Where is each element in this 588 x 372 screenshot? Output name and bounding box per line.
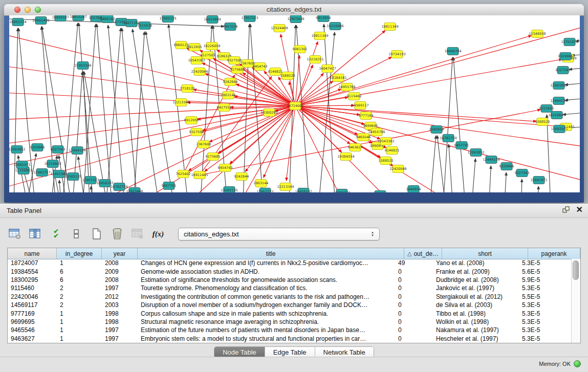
- graph-node[interactable]: 9463627: [348, 144, 363, 151]
- scrollbar-thumb[interactable]: [573, 260, 579, 280]
- graph-node[interactable]: 12444154: [550, 97, 567, 105]
- graph-node[interactable]: 9242844: [223, 78, 238, 86]
- graph-node[interactable]: 2718120: [180, 85, 195, 93]
- graph-node[interactable]: 12093852: [9, 146, 26, 154]
- graph-node[interactable]: 10958107: [295, 188, 312, 193]
- graph-node[interactable]: 9329966: [558, 53, 573, 60]
- graph-node[interactable]: 9327508: [189, 128, 204, 136]
- table-row[interactable]: 2242004622012Investigating the contribut…: [8, 293, 571, 301]
- table-row[interactable]: 946554611997Estimation of the future num…: [8, 326, 571, 334]
- network-canvas[interactable]: 1872400712524409198113499061301132162511…: [9, 15, 580, 192]
- graph-node[interactable]: 1588520: [280, 72, 295, 80]
- table-row[interactable]: 1456911722003Disruption of a novel membe…: [8, 301, 571, 309]
- graph-node[interactable]: 12444154: [483, 156, 499, 164]
- select-rows-button[interactable]: ✔✔: [48, 227, 63, 241]
- graph-node[interactable]: 9227343: [515, 169, 530, 177]
- graph-node[interactable]: 17957223: [241, 15, 258, 22]
- network-table-select[interactable]: citations_edges.txt ▲▼: [178, 228, 380, 240]
- graph-node[interactable]: 12524409: [271, 25, 288, 32]
- graph-node[interactable]: 14955786: [338, 83, 355, 91]
- table-row[interactable]: 946362711997Embryonic stem cells: a mode…: [8, 335, 571, 343]
- tab-node-table[interactable]: Node Table: [214, 347, 265, 358]
- graph-node[interactable]: 12923446: [287, 15, 304, 23]
- graph-node[interactable]: 21053346: [74, 62, 91, 70]
- graph-node[interactable]: 7625402: [176, 170, 191, 178]
- graph-node[interactable]: 9457791: [162, 182, 177, 190]
- row-height-button[interactable]: [69, 227, 84, 241]
- graph-node[interactable]: 19811349: [311, 32, 328, 40]
- table-row[interactable]: 911546021997Tourette syndrome. Phenomeno…: [8, 284, 571, 292]
- close-panel-icon[interactable]: ✕: [576, 206, 583, 214]
- graph-node[interactable]: 8427552: [217, 104, 232, 112]
- graph-node[interactable]: 15692971: [530, 177, 547, 184]
- graph-node[interactable]: 18226058: [203, 42, 220, 50]
- graph-node[interactable]: 7857224: [223, 23, 238, 31]
- graph-node[interactable]: 8912955: [187, 43, 202, 51]
- graph-node[interactable]: 22420046: [191, 68, 208, 76]
- column-header-out_de[interactable]: △out_de…: [404, 248, 442, 259]
- function-builder-button[interactable]: f(x): [150, 227, 166, 241]
- graph-node[interactable]: 9227343: [51, 146, 66, 154]
- graph-node[interactable]: 12093852: [467, 149, 484, 157]
- graph-node[interactable]: 16210643: [44, 160, 61, 168]
- graph-node[interactable]: 12923446: [126, 188, 143, 193]
- graph-node[interactable]: 16648784: [444, 48, 461, 55]
- graph-node[interactable]: 16033809: [204, 16, 221, 24]
- graph-node[interactable]: 1640954: [429, 126, 444, 134]
- table-row[interactable]: 969969511998Structural magnetic resonanc…: [8, 318, 571, 326]
- table-settings-button[interactable]: [7, 227, 23, 241]
- graph-node[interactable]: 1588520: [379, 157, 394, 165]
- graph-node[interactable]: 17957223: [256, 188, 273, 193]
- graph-node[interactable]: 11548938: [529, 30, 546, 38]
- graph-node[interactable]: 13505135: [221, 187, 237, 193]
- graph-node[interactable]: 12444154: [69, 147, 85, 155]
- graph-node[interactable]: 8860123: [174, 41, 189, 49]
- table-row[interactable]: 977716911998Corpus callosum shape and si…: [8, 309, 571, 317]
- graph-node[interactable]: 13505135: [159, 15, 176, 23]
- table-row[interactable]: 1938455462009Genome-wide association stu…: [8, 267, 571, 275]
- column-header-pagerank[interactable]: pagerank: [528, 248, 580, 259]
- table-vertical-scrollbar[interactable]: [571, 259, 580, 343]
- graph-node[interactable]: 19384554: [337, 153, 354, 161]
- new-file-button[interactable]: [89, 227, 104, 241]
- graph-node[interactable]: 12093852: [550, 82, 567, 90]
- graph-node[interactable]: 1588520: [535, 118, 550, 126]
- graph-node[interactable]: 8215955: [539, 105, 554, 113]
- graph-node[interactable]: 9327508: [227, 57, 242, 64]
- graph-node[interactable]: 9146821: [385, 147, 400, 155]
- graph-node[interactable]: 12213349: [172, 99, 189, 106]
- graph-node[interactable]: 8454743: [218, 164, 233, 172]
- graph-node[interactable]: 1640954: [406, 186, 421, 193]
- graph-node[interactable]: 14569117: [352, 102, 368, 110]
- graph-node[interactable]: 9329966: [499, 163, 514, 170]
- column-header-short[interactable]: short: [442, 248, 528, 259]
- graph-node[interactable]: 12923446: [372, 191, 388, 193]
- graph-node[interactable]: 7515526: [138, 22, 153, 30]
- memory-status-icon[interactable]: [574, 360, 581, 367]
- graph-node[interactable]: 9175685: [230, 66, 245, 74]
- graph-node[interactable]: 9465546: [356, 134, 371, 141]
- graph-node[interactable]: 16911445: [191, 171, 208, 179]
- graph-node[interactable]: 9329966: [30, 144, 45, 151]
- graph-node[interactable]: 2803144: [221, 92, 236, 99]
- column-header-title[interactable]: title: [138, 248, 404, 259]
- column-header-year[interactable]: year: [102, 248, 138, 259]
- citation-network-graph[interactable]: 1872400712524409198113499061301132162511…: [9, 15, 580, 192]
- graph-node[interactable]: 16782759: [333, 189, 350, 193]
- graph-node[interactable]: 9227343: [556, 67, 571, 74]
- graph-node[interactable]: 12213349: [277, 183, 294, 191]
- column-header-in_degree[interactable]: in_degree: [57, 248, 102, 259]
- graph-node[interactable]: 9115460: [347, 93, 362, 100]
- graph-node[interactable]: 20891406: [32, 17, 49, 25]
- graph-node[interactable]: 16047427: [319, 65, 336, 73]
- graph-node[interactable]: 9457791: [454, 142, 469, 149]
- graph-node[interactable]: 2367608: [197, 141, 211, 148]
- graph-node[interactable]: 13216251: [307, 56, 323, 63]
- float-panel-icon[interactable]: [562, 206, 570, 214]
- table-row[interactable]: 1872400712008Changes of HCN gene express…: [8, 259, 571, 267]
- graph-node[interactable]: 9061301: [293, 46, 308, 53]
- graph-node[interactable]: 9777169: [359, 112, 374, 120]
- graph-node[interactable]: 8912955: [184, 117, 199, 124]
- graph-node[interactable]: 8454743: [253, 63, 268, 71]
- delete-table-button[interactable]: [110, 227, 125, 241]
